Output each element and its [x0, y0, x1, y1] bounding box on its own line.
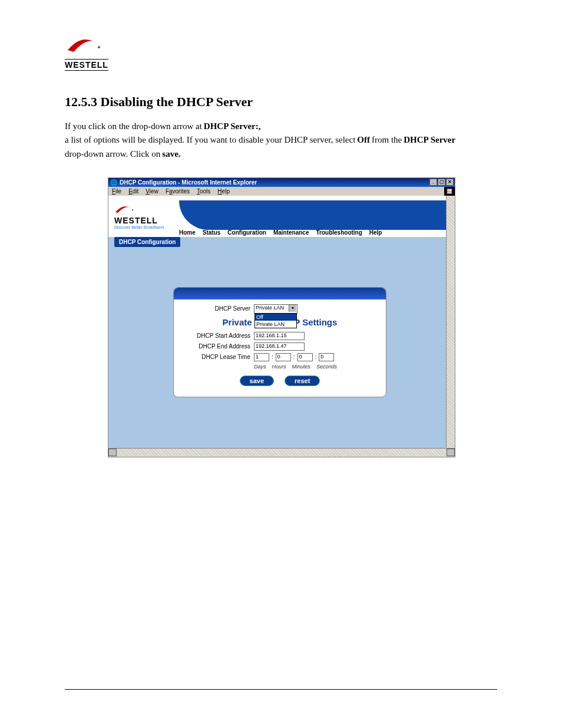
- nav-status[interactable]: Status: [203, 229, 221, 236]
- menu-view[interactable]: View: [146, 188, 158, 195]
- close-button[interactable]: ✕: [446, 179, 454, 186]
- nav-home[interactable]: Home: [179, 229, 196, 236]
- colon2: :: [293, 354, 295, 360]
- subnav-dhcp-configuration[interactable]: DHCP Configuration: [114, 237, 180, 247]
- input-lease-days[interactable]: 1: [254, 353, 269, 361]
- document-logo: WESTELL: [65, 29, 497, 71]
- label-start-address: DHCP Start Address: [180, 332, 254, 339]
- ie-icon: 🌐: [110, 179, 117, 186]
- input-end-address[interactable]: 192.168.1.47: [254, 342, 305, 351]
- option-off[interactable]: Off: [255, 314, 296, 321]
- browser-window: 🌐 DHCP Configuration - Microsoft Interne…: [108, 177, 455, 457]
- dhcp-server-dropdown: Off Private LAN: [254, 313, 297, 328]
- label-end-address: DHCP End Address: [180, 343, 254, 350]
- app-tagline: Discover Better Broadband: [114, 225, 179, 229]
- colon3: :: [315, 354, 317, 360]
- section-number: 12.5.3: [65, 94, 97, 109]
- section-heading: 12.5.3 Disabling the DHCP Server: [65, 94, 497, 110]
- vertical-scrollbar[interactable]: [446, 196, 455, 449]
- app-brand: WESTELL: [114, 216, 179, 225]
- nav-help[interactable]: Help: [369, 229, 382, 236]
- maximize-button[interactable]: ▢: [438, 179, 445, 186]
- header-stripes: [179, 200, 447, 230]
- unit-minutes: Minutes: [292, 364, 311, 370]
- menu-file[interactable]: File: [112, 188, 121, 195]
- menu-favorites[interactable]: Favorites: [166, 188, 190, 195]
- colon1: :: [272, 354, 273, 360]
- window-title: DHCP Configuration - Microsoft Internet …: [120, 179, 257, 186]
- select-value: Private LAN: [256, 305, 284, 311]
- dhcp-server-select[interactable]: Private LAN Off Private LAN: [254, 304, 297, 314]
- footer-divider: [65, 689, 497, 690]
- horizontal-scrollbar[interactable]: [108, 448, 455, 457]
- menu-edit[interactable]: Edit: [128, 188, 138, 195]
- page-viewport: WESTELL Discover Better Broadband Home S…: [108, 196, 447, 449]
- nav-troubleshooting[interactable]: Troubleshooting: [316, 229, 362, 236]
- window-titlebar: 🌐 DHCP Configuration - Microsoft Interne…: [108, 178, 455, 187]
- input-lease-minutes[interactable]: 0: [297, 353, 313, 361]
- browser-menubar: File Edit View Favorites Tools Help: [108, 187, 455, 196]
- section-paragraph: If you click on the drop-down arrow at D…: [65, 120, 477, 160]
- reset-button[interactable]: reset: [285, 375, 320, 386]
- menu-help[interactable]: Help: [217, 188, 230, 195]
- dhcp-settings-panel: DHCP Server Private LAN Off Private LAN …: [173, 287, 386, 397]
- input-start-address[interactable]: 192.168.1.15: [254, 332, 305, 340]
- primary-nav: Home Status Configuration Maintenance Tr…: [179, 229, 382, 236]
- unit-days: Days: [254, 364, 266, 370]
- minimize-button[interactable]: _: [429, 179, 437, 186]
- input-lease-hours[interactable]: 0: [276, 353, 291, 361]
- ie-throbber-icon: 🪟: [444, 187, 455, 196]
- unit-hours: Hours: [272, 364, 286, 370]
- unit-seconds: Seconds: [316, 364, 337, 370]
- save-button[interactable]: save: [240, 375, 274, 386]
- label-dhcp-server: DHCP Server: [180, 305, 254, 312]
- section-title: Disabling the DHCP Server: [101, 94, 253, 109]
- nav-configuration[interactable]: Configuration: [227, 229, 266, 236]
- westell-swoosh-icon: [65, 29, 112, 59]
- brand-text: WESTELL: [65, 59, 108, 71]
- svg-point-0: [98, 46, 100, 48]
- menu-tools[interactable]: Tools: [197, 188, 210, 195]
- input-lease-seconds[interactable]: 0: [319, 353, 334, 361]
- label-lease-time: DHCP Lease Time: [180, 354, 254, 360]
- westell-swoosh-icon: [114, 202, 138, 215]
- panel-header-bar: [174, 288, 386, 299]
- nav-maintenance[interactable]: Maintenance: [273, 229, 309, 236]
- option-private-lan[interactable]: Private LAN: [255, 321, 296, 328]
- svg-point-1: [132, 209, 133, 210]
